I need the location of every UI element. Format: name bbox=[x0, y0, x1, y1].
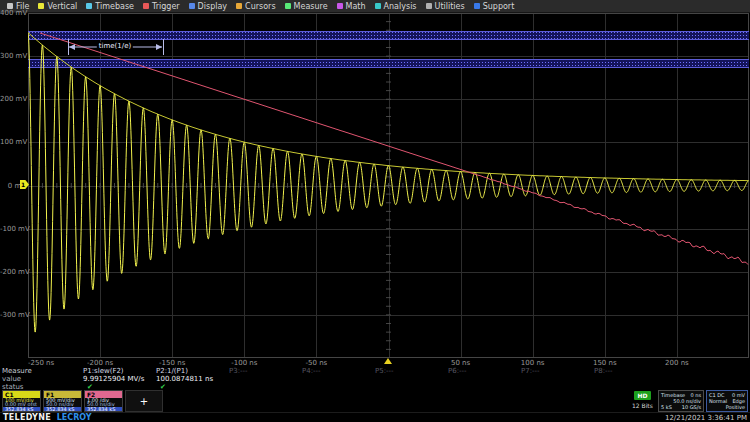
measure-value-row-label: value bbox=[2, 375, 21, 383]
trigger-mode: Normal bbox=[709, 398, 727, 404]
measure-col-value: 9.99125904 MV/s bbox=[83, 375, 144, 383]
math-icon bbox=[337, 3, 343, 9]
menu-item-measure[interactable]: Measure bbox=[285, 0, 328, 13]
trigger-slope: Positive bbox=[726, 404, 745, 410]
trigger-icon bbox=[143, 3, 149, 9]
timebase-samples: 5 kS bbox=[661, 404, 672, 410]
x-axis-label: -100 ns bbox=[231, 359, 257, 367]
status-bar: TELEDYNE LECROY 12/21/2021 3:36:41 PM bbox=[0, 412, 750, 422]
measure-col-header[interactable]: P8:--- bbox=[594, 367, 613, 375]
y-axis-label: -100 mV bbox=[0, 225, 26, 233]
measure-col-header[interactable]: P3:--- bbox=[229, 367, 248, 375]
brand-lecroy: LECROY bbox=[57, 413, 92, 422]
menu-item-timebase[interactable]: Timebase bbox=[86, 0, 134, 13]
menu-item-analysis[interactable]: Analysis bbox=[375, 0, 417, 13]
y-axis-label: 100 mV bbox=[0, 138, 26, 146]
measure-icon bbox=[285, 3, 291, 9]
menu-bar: FileVerticalTimebaseTriggerDisplayCursor… bbox=[0, 0, 750, 13]
measure-col-header[interactable]: P1:slew(F2) bbox=[83, 367, 124, 375]
y-axis-label: 400 mV bbox=[0, 9, 26, 17]
measure-col-header[interactable]: P6:--- bbox=[448, 367, 467, 375]
menu-item-label: Vertical bbox=[47, 0, 77, 13]
timebase-rate: 10 GS/s bbox=[682, 404, 701, 410]
trace-sample-count: 352.834 kS bbox=[44, 407, 81, 411]
measure-col-status: ✔ bbox=[160, 383, 166, 391]
trace-descriptor-f1[interactable]: F1500 mV/div50.0 ns/div352.834 kS bbox=[43, 390, 82, 412]
display-icon bbox=[189, 3, 195, 9]
x-axis-label: 50 ns bbox=[451, 359, 470, 367]
timebase-icon bbox=[86, 3, 92, 9]
y-axis-label: -300 mV bbox=[0, 311, 26, 319]
menu-item-label: Analysis bbox=[384, 0, 417, 13]
y-axis-label: 200 mV bbox=[0, 95, 26, 103]
y-axis-label: -200 mV bbox=[0, 268, 26, 276]
waveform-display[interactable] bbox=[28, 13, 749, 358]
trigger-descriptor[interactable]: C1 DC 0 mV Normal Edge Positive bbox=[706, 390, 748, 412]
menu-item-label: Trigger bbox=[152, 0, 180, 13]
x-axis-label: -250 ns bbox=[28, 359, 54, 367]
y-axis-label: 300 mV bbox=[0, 52, 26, 60]
menu-item-cursors[interactable]: Cursors bbox=[236, 0, 275, 13]
vertical-icon bbox=[38, 3, 44, 9]
measure-table-title: Measure bbox=[2, 367, 32, 375]
x-axis-label: 150 ns bbox=[593, 359, 617, 367]
menu-item-label: Measure bbox=[294, 0, 328, 13]
menu-item-vertical[interactable]: Vertical bbox=[38, 0, 77, 13]
trace-sample-count: 352.834 kS bbox=[85, 407, 122, 411]
x-axis-label: 200 ns bbox=[665, 359, 689, 367]
measure-col-header[interactable]: P2:1/(P1) bbox=[156, 367, 188, 375]
menu-item-support[interactable]: Support bbox=[474, 0, 515, 13]
menu-item-utilities[interactable]: Utilities bbox=[426, 0, 465, 13]
measure-col-header[interactable]: P7:--- bbox=[521, 367, 540, 375]
plus-icon: + bbox=[140, 396, 148, 407]
menu-item-label: Display bbox=[198, 0, 228, 13]
brand-logo: TELEDYNE LECROY bbox=[3, 413, 92, 422]
measure-col-header[interactable]: P5:--- bbox=[375, 367, 394, 375]
timebase-descriptor[interactable]: Timebase 0 ns 50.0 ns/div 5 kS 10 GS/s bbox=[658, 390, 704, 412]
menu-item-math[interactable]: Math bbox=[337, 0, 366, 13]
add-trace-button[interactable]: + bbox=[125, 390, 163, 412]
menu-item-trigger[interactable]: Trigger bbox=[143, 0, 180, 13]
menu-item-label: Math bbox=[346, 0, 366, 13]
trace-descriptor-c1[interactable]: C1100 mV/div0.00 mV ofst352.834 kS bbox=[2, 390, 41, 412]
trace-descriptor-f2[interactable]: F21.00 /div50.0 ns/div352.834 kS bbox=[84, 390, 123, 412]
menu-item-label: Utilities bbox=[435, 0, 465, 13]
oscilloscope-screen: FileVerticalTimebaseTriggerDisplayCursor… bbox=[0, 0, 750, 422]
utilities-icon bbox=[426, 3, 432, 9]
menu-item-label: Support bbox=[483, 0, 515, 13]
x-axis-label: -200 ns bbox=[87, 359, 113, 367]
cursors-icon bbox=[236, 3, 242, 9]
trace-sample-count: 352.834 kS bbox=[3, 407, 40, 411]
x-axis-label: 100 ns bbox=[521, 359, 545, 367]
support-icon bbox=[474, 3, 480, 9]
x-axis-label: -150 ns bbox=[159, 359, 185, 367]
menu-item-label: Cursors bbox=[245, 0, 275, 13]
measure-col-header[interactable]: P4:--- bbox=[302, 367, 321, 375]
datetime-label: 12/21/2021 3:36:41 PM bbox=[665, 414, 747, 422]
hd-badge: HD bbox=[634, 391, 651, 400]
analysis-icon bbox=[375, 3, 381, 9]
x-axis-label: -50 ns bbox=[306, 359, 328, 367]
menu-item-label: Timebase bbox=[95, 0, 134, 13]
adc-bits-label: 12 Bits bbox=[632, 402, 653, 409]
menu-item-display[interactable]: Display bbox=[189, 0, 228, 13]
trigger-time-marker[interactable] bbox=[384, 358, 392, 364]
brand-teledyne: TELEDYNE bbox=[3, 413, 51, 422]
cursor-annotation-label: time(1/e) bbox=[97, 42, 133, 50]
measure-col-value: 100.0874811 ns bbox=[156, 375, 213, 383]
